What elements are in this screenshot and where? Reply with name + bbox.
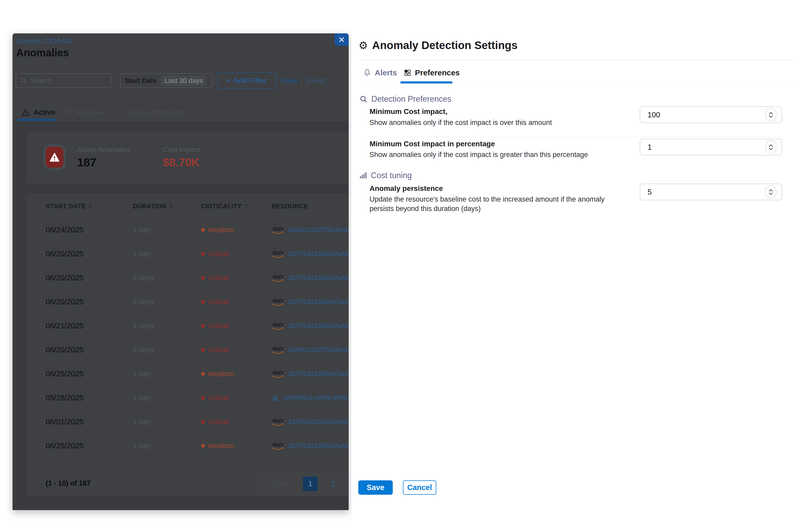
start-date-cell: 05/28/2025: [46, 394, 133, 402]
resource-link[interactable]: 868001352780/Amazon: [288, 226, 349, 234]
resource-link[interactable]: 357919113896/Amazon: [288, 250, 349, 258]
sort-icon[interactable]: [169, 204, 173, 209]
table-row[interactable]: 06/21/2025 4 days critical aws 357919113…: [27, 314, 349, 338]
aws-icon: aws: [271, 225, 284, 235]
min-cost-pct-input[interactable]: 1: [640, 139, 782, 155]
column-criticality[interactable]: CRITICALITY: [201, 203, 271, 210]
number-stepper[interactable]: [765, 140, 776, 154]
table-row[interactable]: 06/20/2025 5 days critical aws 357919113…: [27, 290, 349, 314]
sort-icon[interactable]: [89, 204, 92, 209]
resource-link[interactable]: 357919113896/Elastic Lo: [288, 298, 349, 306]
resource-cell: aws 357919113896/Amazon: [271, 441, 349, 451]
criticality-badge: medium: [201, 442, 271, 450]
duration-cell: 1 day: [133, 370, 201, 378]
close-icon: [339, 37, 345, 43]
resource-cell: aws 357919113896/Amazon: [271, 273, 349, 283]
duration-cell: 5 days: [133, 298, 201, 306]
aws-icon: aws: [271, 369, 284, 379]
table-row[interactable]: 06/24/2025 1 day medium aws 868001352780…: [27, 218, 349, 242]
resource-link[interactable]: 357919113896/Amazon: [288, 322, 349, 330]
search-icon: [359, 95, 368, 103]
duration-cell: 5 days: [133, 274, 201, 282]
start-date-value[interactable]: Last 30 days: [161, 75, 207, 86]
azure-icon: [271, 393, 279, 403]
sort-icon[interactable]: [244, 204, 248, 209]
close-panel-button[interactable]: [335, 33, 349, 46]
anomalies-table: START DATE DURATION CRITICALITY RESOURCE…: [27, 194, 349, 496]
tab-active[interactable]: Active: [21, 108, 55, 117]
page-button-2[interactable]: 2: [326, 476, 340, 491]
min-cost-impact-label: Minimum Cost impact,: [369, 108, 448, 116]
criticality-badge: critical: [201, 298, 271, 306]
add-filter-button[interactable]: + Add Filter: [217, 72, 277, 89]
prev-page-button[interactable]: ← Prev: [264, 480, 295, 488]
duration-cell: 1 day: [133, 250, 201, 258]
tab-resolved[interactable]: Resolved: [64, 108, 108, 117]
criticality-badge: critical: [201, 274, 271, 282]
duration-cell: 5 days: [133, 346, 201, 354]
start-date-label: Start Date: [125, 77, 157, 85]
column-start-date[interactable]: START DATE: [46, 203, 133, 210]
table-row[interactable]: 05/28/2025 1 day critical aws a9999bcd-e…: [27, 386, 349, 410]
start-date-cell: 06/25/2025: [46, 441, 133, 450]
row-divider: [369, 137, 782, 137]
chevron-up-icon[interactable]: [769, 189, 773, 192]
tab-preferences[interactable]: Preferences: [404, 68, 460, 77]
search-placeholder: Search: [30, 77, 52, 85]
table-row[interactable]: 06/20/2025 5 days critical aws 868001352…: [27, 338, 349, 362]
active-anomalies-value: 187: [77, 156, 96, 169]
table-row[interactable]: 06/01/2025 1 day critical aws 1589349290…: [27, 410, 349, 434]
resource-cell: aws a9999bcd-e999-999f-g: [271, 393, 349, 403]
number-stepper[interactable]: [765, 185, 776, 199]
page-button-3[interactable]: 3: [348, 476, 349, 491]
aws-icon: aws: [271, 345, 284, 355]
resource-cell: aws 868001352780/Amazon: [271, 345, 349, 355]
account-breadcrumb[interactable]: Account: CCM-NG: [16, 37, 72, 45]
anomaly-persistence-input[interactable]: 5: [640, 184, 782, 200]
criticality-badge: medium: [201, 226, 271, 234]
chevron-down-icon[interactable]: [769, 115, 773, 118]
chevron-down-icon[interactable]: [769, 192, 773, 195]
number-stepper[interactable]: [765, 108, 776, 121]
resource-link[interactable]: 158934929029/AWS Co: [288, 418, 349, 426]
aws-icon: aws: [271, 441, 284, 451]
cost-impact-label: Cost Impact: [163, 146, 200, 154]
table-row[interactable]: 06/20/2025 5 days critical aws 357919113…: [27, 266, 349, 290]
start-date-cell: 06/20/2025: [46, 250, 133, 258]
table-row[interactable]: 06/25/2025 1 day medium aws 357919113896…: [27, 362, 349, 386]
chevron-down-icon[interactable]: [769, 148, 773, 150]
aws-icon: aws: [271, 417, 284, 427]
start-date-cell: 06/20/2025: [46, 273, 133, 282]
duration-cell: 1 day: [133, 394, 201, 402]
warning-triangle-icon: [21, 109, 30, 116]
start-date-cell: 06/20/2025: [46, 345, 133, 354]
resource-link[interactable]: 357919113896/Elastic Lo: [288, 370, 349, 378]
column-resource[interactable]: RESOURCE: [271, 203, 349, 210]
min-cost-impact-input[interactable]: 100: [640, 107, 782, 123]
resource-link[interactable]: 868001352780/Amazon: [288, 346, 349, 354]
save-filter-button[interactable]: Save: [281, 76, 298, 85]
duration-cell: 4 days: [133, 322, 201, 330]
tab-alerts[interactable]: Alerts: [363, 68, 397, 77]
search-input[interactable]: Search: [16, 73, 111, 88]
chevron-up-icon[interactable]: [769, 112, 773, 114]
resource-link[interactable]: a9999bcd-e999-999f-g: [283, 394, 349, 402]
table-row[interactable]: 06/20/2025 1 day critical aws 3579191138…: [27, 242, 349, 266]
page-button-1[interactable]: 1: [303, 476, 318, 491]
section-detection-preferences: Detection Preferences: [359, 94, 451, 104]
duration-cell: 1 day: [133, 418, 201, 426]
tab-archived[interactable]: Archived/Ignored: [113, 108, 184, 117]
table-row[interactable]: 06/25/2025 1 day medium aws 357919113896…: [27, 434, 349, 458]
resource-link[interactable]: 357919113896/Amazon: [288, 442, 349, 450]
bar-chart-icon: [359, 172, 367, 179]
start-date-filter[interactable]: Start Date Last 30 days: [120, 73, 213, 88]
filter-divider: [301, 75, 301, 87]
reset-filter-button[interactable]: Reset: [307, 76, 326, 85]
anomalies-panel: Account: CCM-NG Anomalies Search Start D…: [13, 33, 349, 510]
save-button[interactable]: Save: [358, 480, 393, 495]
chevron-up-icon[interactable]: [769, 145, 773, 147]
resource-link[interactable]: 357919113896/Amazon: [288, 274, 349, 282]
cancel-button[interactable]: Cancel: [403, 480, 436, 495]
column-duration[interactable]: DURATION: [133, 203, 201, 210]
criticality-dot: [201, 324, 205, 328]
